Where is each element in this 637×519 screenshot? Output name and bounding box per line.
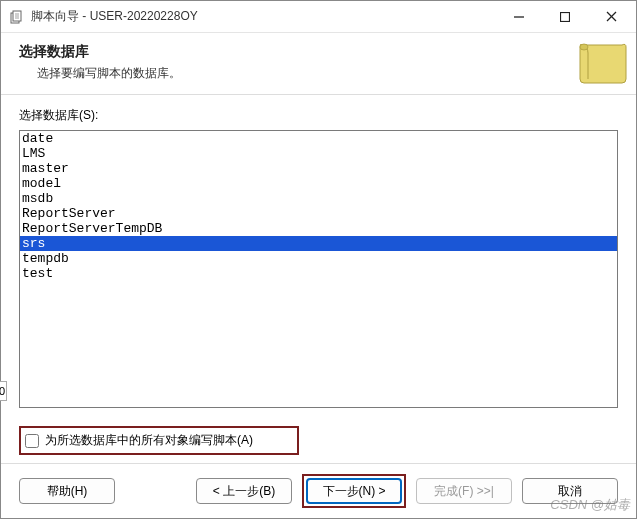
database-item[interactable]: ReportServerTempDB [20,221,617,236]
page-description: 选择要编写脚本的数据库。 [37,65,618,82]
app-icon [9,9,25,25]
page-title: 选择数据库 [19,43,618,61]
window-controls [502,5,628,29]
database-list-label: 选择数据库(S): [19,107,618,124]
database-item[interactable]: model [20,176,617,191]
database-listbox[interactable]: dateLMSmastermodelmsdbReportServerReport… [19,130,618,408]
script-all-objects-checkbox[interactable] [25,434,39,448]
scroll-art-icon [574,39,628,87]
database-item[interactable]: date [20,131,617,146]
content-area: 选择数据库(S): dateLMSmastermodelmsdbReportSe… [1,95,636,463]
wizard-window: 0 脚本向导 - USER-20220228OY 选择数据库 选择要编写脚本的数… [0,0,637,519]
svg-point-6 [580,44,588,50]
database-item[interactable]: tempdb [20,251,617,266]
wizard-footer: 帮助(H) < 上一步(B) 下一步(N) > 完成(F) >>| 取消 [1,463,636,518]
database-item[interactable]: srs [20,236,617,251]
database-item[interactable]: test [20,266,617,281]
minimize-button[interactable] [502,5,536,29]
database-item[interactable]: msdb [20,191,617,206]
back-button[interactable]: < 上一步(B) [196,478,292,504]
database-item[interactable]: ReportServer [20,206,617,221]
close-button[interactable] [594,5,628,29]
background-fragment: 0 [0,381,7,401]
finish-button[interactable]: 完成(F) >>| [416,478,512,504]
script-all-objects-label: 为所选数据库中的所有对象编写脚本(A) [45,432,253,449]
help-button[interactable]: 帮助(H) [19,478,115,504]
script-all-objects-row[interactable]: 为所选数据库中的所有对象编写脚本(A) [19,426,299,455]
next-button[interactable]: 下一步(N) > [306,478,402,504]
next-button-highlight: 下一步(N) > [302,474,406,508]
titlebar: 脚本向导 - USER-20220228OY [1,1,636,33]
maximize-button[interactable] [548,5,582,29]
svg-rect-3 [561,12,570,21]
cancel-button[interactable]: 取消 [522,478,618,504]
database-item[interactable]: master [20,161,617,176]
wizard-header: 选择数据库 选择要编写脚本的数据库。 [1,33,636,95]
window-title: 脚本向导 - USER-20220228OY [31,8,502,25]
database-item[interactable]: LMS [20,146,617,161]
